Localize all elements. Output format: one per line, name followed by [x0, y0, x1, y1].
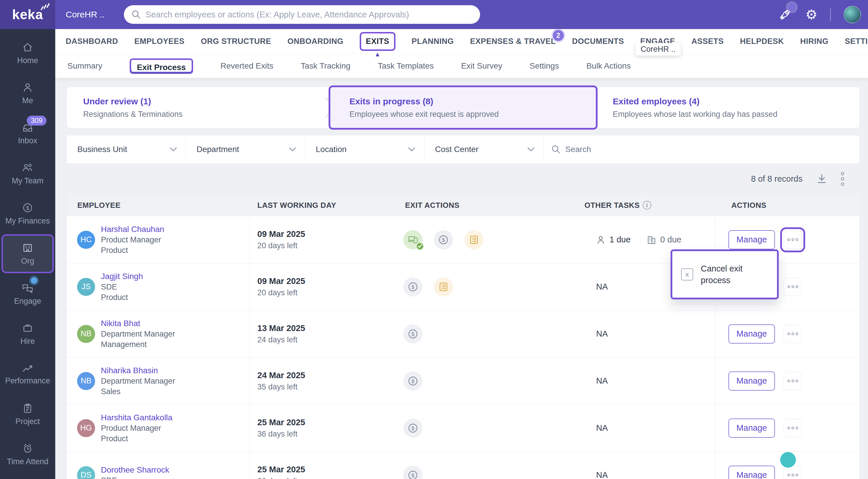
tab-summary[interactable]: Summary: [67, 61, 102, 71]
avatar: JS: [77, 278, 95, 296]
row-kebab-menu-button[interactable]: [784, 419, 802, 437]
nav-dashboard[interactable]: DASHBOARD: [66, 37, 118, 46]
nav-hiring[interactable]: HIRING: [800, 37, 829, 46]
manage-button[interactable]: Manage: [728, 466, 775, 479]
other-tasks-na: NA: [596, 282, 608, 291]
row-kebab-menu-button[interactable]: [784, 466, 802, 479]
sidebar-item-time-attend[interactable]: Time Attend: [0, 437, 55, 472]
row-kebab-menu-button[interactable]: [784, 325, 802, 343]
info-icon[interactable]: i: [643, 201, 651, 210]
nav-assets[interactable]: ASSETS: [691, 37, 724, 46]
svg-text:$: $: [411, 472, 415, 478]
manage-button[interactable]: Manage: [728, 230, 775, 249]
exit-action-payroll-icon[interactable]: $: [403, 466, 423, 479]
person-due-count: 1 due: [610, 235, 631, 245]
exit-action-checklist-icon[interactable]: [464, 230, 484, 249]
nav-helpdesk[interactable]: HELPDESK: [740, 37, 784, 46]
employee-department: Sales: [101, 387, 175, 396]
employee-department: Product: [101, 246, 164, 255]
sidebar-item-my-finances[interactable]: $ My Finances: [0, 196, 55, 231]
tab-bulk-actions[interactable]: Bulk Actions: [586, 61, 631, 71]
nav-employees[interactable]: EMPLOYEES: [134, 37, 185, 46]
product-switcher[interactable]: CoreHR ..: [66, 9, 121, 20]
exit-action-payroll-icon[interactable]: $: [403, 324, 423, 344]
exit-action-payroll-icon[interactable]: $: [403, 372, 423, 391]
manage-button[interactable]: Manage: [728, 419, 775, 438]
tab-reverted-exits[interactable]: Reverted Exits: [220, 61, 273, 71]
employee-name-link[interactable]: Harshal Chauhan: [101, 225, 164, 234]
sidebar-item-project[interactable]: Project: [0, 397, 55, 431]
last-working-day: 09 Mar 2025: [257, 229, 305, 239]
table-search[interactable]: [544, 135, 859, 163]
employee-role: Department Manager: [101, 377, 175, 386]
exit-action-assets-icon[interactable]: [403, 230, 423, 249]
sidebar-item-engage[interactable]: Engage: [0, 277, 55, 311]
tab-task-templates[interactable]: Task Templates: [378, 61, 434, 71]
cancel-exit-popup: x Cancel exit process: [671, 249, 779, 299]
sidebar-item-hire[interactable]: Hire: [0, 317, 55, 351]
svg-text:$: $: [411, 331, 415, 337]
nav-planning[interactable]: PLANNING: [412, 37, 454, 46]
tab-task-tracking[interactable]: Task Tracking: [301, 61, 350, 71]
global-search-input[interactable]: [146, 10, 472, 20]
employee-name-link[interactable]: Jagjit Singh: [101, 272, 143, 281]
svg-text:$: $: [411, 284, 415, 290]
download-icon[interactable]: [816, 173, 828, 185]
filter-location[interactable]: Location: [305, 135, 425, 163]
filter-department[interactable]: Department: [186, 135, 305, 163]
row-kebab-menu-button[interactable]: [784, 231, 802, 249]
active-tab-caret-icon: ▲: [374, 51, 381, 58]
nav-onboarding[interactable]: ONBOARDING: [287, 37, 344, 46]
col-other-tasks: OTHER TASKSi: [585, 201, 715, 210]
employee-name-link[interactable]: Nikita Bhat: [101, 319, 175, 328]
records-toolbar: 8 of 8 records: [67, 163, 859, 194]
nav-documents[interactable]: DOCUMENTS: [572, 37, 624, 46]
exit-action-payroll-icon[interactable]: $: [403, 419, 423, 438]
nav-settings[interactable]: SETTINGS: [845, 37, 868, 46]
stage-exited-employees[interactable]: Exited employees (4) Employees whose las…: [596, 87, 859, 128]
exit-action-payroll-icon[interactable]: $: [403, 277, 423, 296]
nav-org-structure[interactable]: ORG STRUCTURE: [201, 37, 271, 46]
header-divider: [830, 8, 831, 21]
filter-cost-center[interactable]: Cost Center: [425, 135, 544, 163]
stage-under-review[interactable]: Under review (1) Resignations & Terminat…: [67, 87, 330, 128]
sidebar-item-me[interactable]: Me: [0, 76, 55, 110]
nav-expenses-travel[interactable]: EXPENSES & TRAVEL2: [470, 37, 556, 46]
whats-new-button[interactable]: [778, 7, 793, 22]
table-options-kebab-button[interactable]: [841, 172, 844, 186]
employee-name-link[interactable]: Niharika Bhasin: [101, 366, 175, 375]
employee-name-link[interactable]: Harshita Gantakolla: [101, 413, 173, 422]
sidebar-item-org[interactable]: Org: [1, 234, 54, 273]
svg-text:$: $: [411, 378, 415, 384]
table-search-input[interactable]: [565, 145, 842, 154]
exit-action-checklist-icon[interactable]: [434, 277, 453, 296]
row-kebab-menu-button[interactable]: [784, 278, 802, 296]
settings-gear-icon[interactable]: ⚙: [805, 8, 817, 21]
global-search[interactable]: [124, 5, 480, 24]
sidebar-item-home[interactable]: Home: [0, 36, 55, 70]
tab-settings[interactable]: Settings: [529, 61, 559, 71]
nav-exits[interactable]: EXITS▲: [360, 32, 396, 51]
manage-button[interactable]: Manage: [728, 372, 775, 391]
notification-dot: [787, 3, 796, 12]
tab-exit-process[interactable]: Exit Process: [130, 58, 193, 74]
sidebar-item-my-team[interactable]: My Team: [0, 156, 55, 191]
exit-action-payroll-icon[interactable]: $: [434, 230, 453, 249]
sidebar-item-performance[interactable]: Performance: [0, 357, 55, 391]
search-icon: [551, 145, 561, 154]
row-kebab-menu-button[interactable]: [784, 372, 802, 390]
clipboard-icon: [22, 403, 33, 414]
manage-button[interactable]: Manage: [728, 324, 775, 344]
sidebar-item-inbox[interactable]: 309 Inbox: [0, 116, 55, 151]
svg-text:$: $: [442, 237, 445, 243]
employee-department: Management: [101, 340, 175, 349]
profile-avatar[interactable]: [844, 6, 861, 23]
chat-bubbles-icon: [21, 282, 34, 294]
tab-exit-survey[interactable]: Exit Survey: [461, 61, 502, 71]
brand-logo[interactable]: keka: [0, 0, 55, 29]
filter-business-unit[interactable]: Business Unit: [67, 135, 186, 163]
cancel-exit-process-menu-item[interactable]: Cancel exit process: [701, 263, 750, 286]
stage-exits-in-progress[interactable]: Exits in progress (8) Employees whose ex…: [329, 86, 598, 130]
employee-name-link[interactable]: Dorothee Sharrock: [101, 465, 169, 475]
chevron-down-icon: [408, 147, 415, 152]
